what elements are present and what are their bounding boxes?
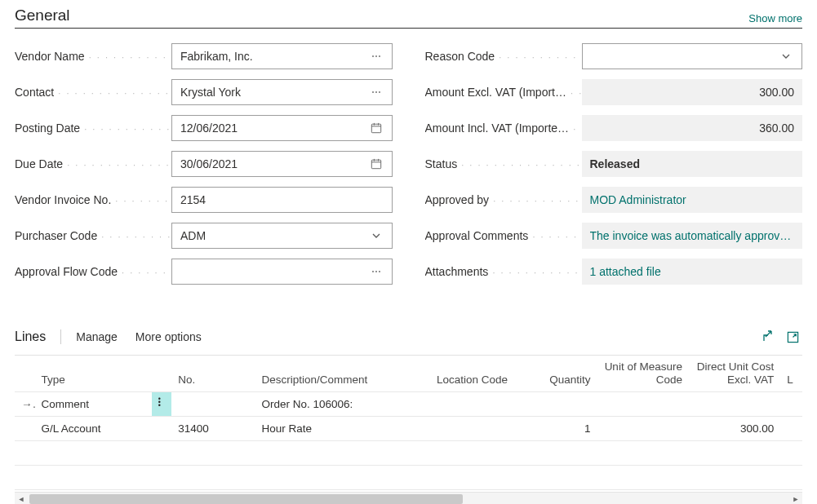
cell-quantity[interactable]: [539, 391, 597, 416]
approval-flow-code-input[interactable]: ⋯: [171, 259, 393, 285]
chevron-down-icon[interactable]: [367, 223, 385, 248]
label-reason-code: Reason Code: [425, 50, 582, 63]
cell-no[interactable]: 31400: [171, 416, 255, 440]
horizontal-scrollbar[interactable]: ◄ ►: [15, 492, 802, 505]
col-description[interactable]: Description/Comment: [255, 356, 430, 391]
lines-grid: Type No. Description/Comment Location Co…: [15, 355, 802, 504]
label-contact: Contact: [15, 86, 171, 99]
calendar-icon[interactable]: [367, 116, 385, 140]
attachments-link[interactable]: 1 attached file: [582, 259, 803, 285]
col-cost[interactable]: Direct Unit Cost Excl. VAT: [689, 356, 780, 391]
label-posting-date: Posting Date: [15, 122, 171, 135]
expand-icon[interactable]: [783, 327, 802, 347]
label-attachments: Attachments: [425, 265, 582, 278]
amount-excl-vat-value: 300.00: [582, 79, 803, 105]
cell-cost[interactable]: [689, 391, 780, 416]
purchaser-code-select[interactable]: [171, 223, 393, 249]
approval-comments-link[interactable]: The invoice was automatically approv…: [582, 223, 803, 249]
label-amount-excl-vat: Amount Excl. VAT (Import…: [425, 86, 582, 99]
scroll-right-icon[interactable]: ►: [789, 493, 802, 505]
table-row[interactable]: [15, 440, 802, 465]
reason-code-select[interactable]: [582, 43, 803, 69]
ellipsis-icon[interactable]: ⋯: [367, 259, 385, 284]
scrollbar-thumb[interactable]: [29, 494, 463, 504]
table-row[interactable]: → Comment Order No. 106006:: [15, 391, 802, 416]
table-row[interactable]: G/L Account 31400 Hour Rate 1 300.00: [15, 416, 802, 440]
chevron-down-icon[interactable]: [777, 44, 795, 69]
col-no[interactable]: No.: [171, 356, 255, 391]
scroll-left-icon[interactable]: ◄: [15, 493, 28, 505]
lines-header: Lines Manage More options: [15, 327, 802, 347]
vendor-invoice-no-input[interactable]: [171, 187, 393, 213]
label-vendor-name: Vendor Name: [15, 50, 171, 63]
cell-uom[interactable]: [597, 416, 688, 440]
contact-input[interactable]: ⋯: [171, 79, 393, 105]
cell-type[interactable]: [35, 465, 152, 489]
col-type[interactable]: Type: [35, 356, 152, 391]
label-approval-comments: Approval Comments: [425, 229, 582, 242]
cell-no[interactable]: [171, 391, 255, 416]
cell-location[interactable]: [430, 391, 539, 416]
table-row[interactable]: [15, 465, 802, 489]
ellipsis-icon[interactable]: ⋯: [367, 44, 385, 69]
col-l[interactable]: L: [780, 356, 802, 391]
lines-more-options-button[interactable]: More options: [135, 330, 202, 343]
col-location[interactable]: Location Code: [430, 356, 539, 391]
label-due-date: Due Date: [15, 157, 171, 170]
lines-title: Lines: [15, 329, 61, 344]
col-quantity[interactable]: Quantity: [539, 356, 597, 391]
due-date-input[interactable]: [171, 151, 393, 177]
label-approval-flow-code: Approval Flow Code: [15, 265, 171, 278]
status-value: Released: [582, 151, 803, 177]
label-purchaser-code: Purchaser Code: [15, 229, 171, 242]
cell-description[interactable]: Order No. 106006:: [255, 391, 430, 416]
general-form: Vendor Name ⋯ Contact ⋯: [15, 43, 802, 294]
calendar-icon[interactable]: [367, 152, 385, 176]
grid-header-row: Type No. Description/Comment Location Co…: [15, 356, 802, 391]
ellipsis-icon[interactable]: ⋯: [367, 80, 385, 104]
approved-by-link[interactable]: MOD Administrator: [582, 187, 803, 213]
label-approved-by: Approved by: [425, 193, 582, 206]
posting-date-input[interactable]: [171, 115, 393, 141]
share-icon[interactable]: [758, 327, 778, 347]
label-vendor-invoice-no: Vendor Invoice No.: [15, 193, 171, 206]
vertical-dots-icon: [158, 397, 161, 407]
cell-type[interactable]: G/L Account: [35, 416, 152, 440]
cell-type[interactable]: Comment: [35, 391, 152, 416]
label-status: Status: [425, 157, 582, 170]
section-header-general: General Show more: [15, 0, 802, 29]
label-amount-incl-vat: Amount Incl. VAT (Importe…: [425, 122, 582, 135]
cell-quantity[interactable]: 1: [539, 416, 597, 440]
svg-rect-4: [371, 160, 380, 169]
lines-manage-button[interactable]: Manage: [76, 330, 118, 343]
cell-location[interactable]: [430, 416, 539, 440]
amount-incl-vat-value: 360.00: [582, 115, 803, 141]
form-col-right: Reason Code Amount Excl. VAT (Import… 30…: [425, 43, 803, 294]
form-col-left: Vendor Name ⋯ Contact ⋯: [15, 43, 393, 294]
vendor-name-input[interactable]: ⋯: [171, 43, 393, 69]
row-menu-button[interactable]: [152, 391, 172, 416]
cell-type[interactable]: [35, 440, 152, 465]
show-more-link[interactable]: Show more: [748, 12, 802, 24]
col-uom[interactable]: Unit of Measure Code: [597, 356, 688, 391]
section-title: General: [15, 7, 70, 24]
row-indicator-icon: →: [15, 391, 35, 416]
cell-uom[interactable]: [597, 391, 688, 416]
page-scroll[interactable]: General Show more Vendor Name ⋯ Contact: [0, 0, 817, 504]
cell-cost[interactable]: 300.00: [689, 416, 780, 440]
svg-rect-0: [371, 124, 380, 133]
cell-description[interactable]: Hour Rate: [255, 416, 430, 440]
